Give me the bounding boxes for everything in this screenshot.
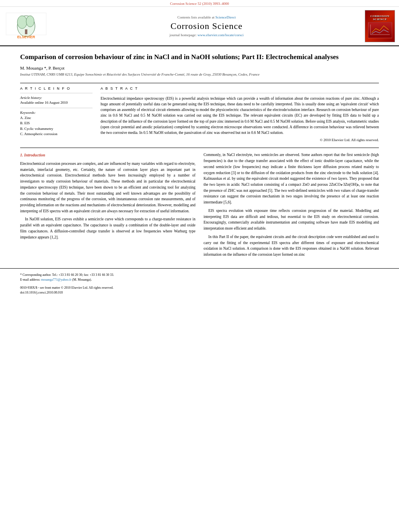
sciencedirect-link: ScienceDirect <box>216 15 236 19</box>
footer-ids: 0010-938X/$ - see front matter © 2010 El… <box>20 286 379 295</box>
svg-text:ELSEVIER: ELSEVIER <box>17 35 35 39</box>
affiliation: Institut UTINAM, CNRS UMR 6213, Equipe S… <box>20 72 379 77</box>
journal-cover-image: CORROSION SCIENCE <box>365 10 395 42</box>
body-right-p2: EIS spectra evolution with exposure time… <box>204 208 379 232</box>
journal-center-info: Contents lists available at ScienceDirec… <box>52 15 361 37</box>
footer-correspondence: * Corresponding author. Tel.: +33 3 81 6… <box>20 273 379 282</box>
issn-line: 0010-938X/$ - see front matter © 2010 El… <box>20 286 379 290</box>
abstract-panel: A B S T R A C T Electrochemical impedanc… <box>101 86 379 142</box>
article-title: Comparison of corrosion behaviour of zin… <box>20 53 379 62</box>
keyword-1: A. Zinc <box>20 115 93 121</box>
email-label: E-mail address: <box>20 278 40 281</box>
divider-2 <box>20 148 379 148</box>
svg-rect-4 <box>25 29 27 34</box>
email-suffix: (M. Mouanga). <box>72 278 92 281</box>
doi-line: doi:10.1016/j.corsci.2010.08.018 <box>20 290 379 295</box>
abstract-text: Electrochemical impedance spectroscopy (… <box>101 96 379 136</box>
homepage-line: journal homepage: www.elsevier.com/locat… <box>52 33 361 37</box>
main-content: Comparison of corrosion behaviour of zin… <box>0 46 399 264</box>
keyword-2: B. EIS <box>20 121 93 126</box>
article-info-panel: A R T I C L E I N F O Article history: A… <box>20 86 93 142</box>
body-left-p2: In NaOH solution, EIS curves exhibit a s… <box>20 216 195 240</box>
body-left-p1: Electrochemical corrosion processes are … <box>20 161 195 214</box>
contents-line: Contents lists available at ScienceDirec… <box>52 15 361 19</box>
keywords-list: A. Zinc B. EIS B. Cyclic voltammetry C. … <box>20 115 93 137</box>
page-footer: * Corresponding author. Tel.: +33 3 81 6… <box>0 268 399 298</box>
elsevier-logo: ELSEVIER <box>4 11 48 42</box>
divider-1 <box>20 83 379 83</box>
body-left-col: 1. Introduction Electrochemical corrosio… <box>20 152 195 260</box>
section1-title: 1. Introduction <box>20 152 195 158</box>
available-online: Available online 16 August 2010 <box>20 101 93 105</box>
body-columns: 1. Introduction Electrochemical corrosio… <box>20 152 379 260</box>
article-info-heading: A R T I C L E I N F O <box>20 86 93 90</box>
authors-line: M. Mouanga *, P. Berçot <box>20 66 379 70</box>
body-right-p3: In this Part II of the paper, the equiva… <box>204 234 379 258</box>
keyword-3: B. Cyclic voltammetry <box>20 126 93 132</box>
keyword-4: C. Atmospheric corrosion <box>20 131 93 137</box>
keywords-heading: Keywords: <box>20 111 93 115</box>
divider-kw <box>20 108 93 108</box>
divider-info <box>20 93 93 93</box>
body-right-p1: Commonly, in NaCl electrolyte, two semic… <box>204 152 379 205</box>
divider-abstract <box>101 93 379 93</box>
body-right-col: Commonly, in NaCl electrolyte, two semic… <box>204 152 379 260</box>
journal-ref-text: Corrosion Science 52 (2010) 3993–4000 <box>170 2 229 6</box>
email-address: mouanga771@yahoo.fr <box>41 278 72 281</box>
svg-point-3 <box>26 16 34 27</box>
homepage-link: www.elsevier.com/locate/corsci <box>197 33 243 37</box>
info-abstract-section: A R T I C L E I N F O Article history: A… <box>20 86 379 142</box>
copyright-line: © 2010 Elsevier Ltd. All rights reserved… <box>101 138 379 142</box>
author-names: M. Mouanga *, P. Berçot <box>20 66 64 70</box>
abstract-heading: A B S T R A C T <box>101 86 379 90</box>
history-label: Article history: <box>20 96 93 100</box>
journal-header: ELSEVIER Contents lists available at Sci… <box>0 7 399 46</box>
star-note: * Corresponding author. Tel.: +33 3 81 6… <box>20 273 114 277</box>
journal-title: Corrosion Science <box>52 21 361 31</box>
journal-ref-bar: Corrosion Science 52 (2010) 3993–4000 <box>0 0 399 7</box>
svg-point-2 <box>17 16 27 29</box>
